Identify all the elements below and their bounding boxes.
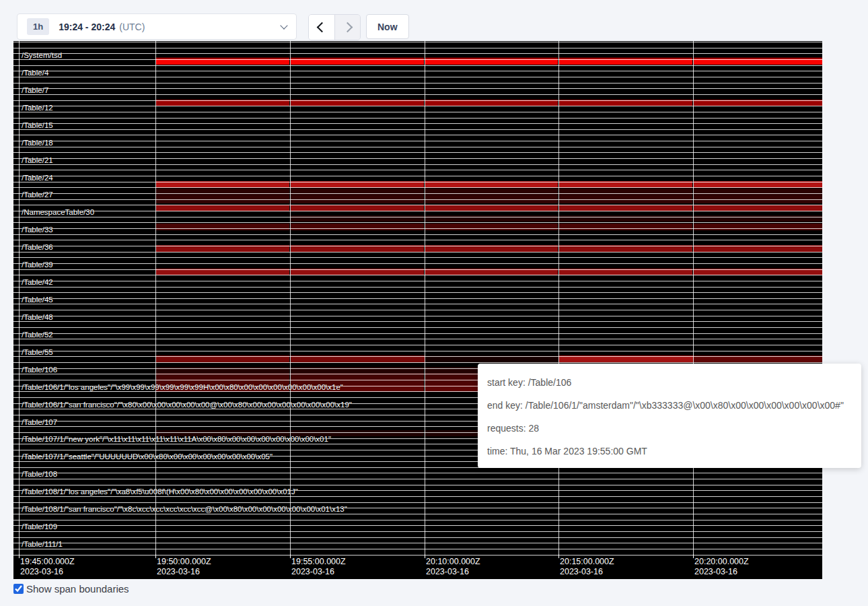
next-time-button[interactable] <box>334 15 360 40</box>
tooltip-start-key: start key: /Table/106 <box>487 371 855 394</box>
axis-time: 20:10:00.000Z <box>426 557 480 567</box>
axis-tick <box>155 554 156 558</box>
row-label: /Table/33 <box>22 226 53 234</box>
row-label: /Table/111/1 <box>22 540 63 549</box>
span-boundary-line <box>13 351 822 351</box>
row-label: /Table/27 <box>22 191 53 199</box>
axis-date: 2023-03-16 <box>157 567 211 577</box>
span-boundary-line <box>13 152 822 153</box>
span-boundary-line <box>13 240 822 240</box>
heatmap-band[interactable] <box>694 189 822 196</box>
axis-label: 19:55:00.000Z2023-03-16 <box>291 557 346 577</box>
span-boundary-line <box>13 65 822 66</box>
span-boundaries-label: Show span boundaries <box>26 583 129 595</box>
span-boundary-line <box>13 158 822 159</box>
tooltip-time: time: Thu, 16 Mar 2023 19:55:00 GMT <box>487 440 855 463</box>
span-boundary-line <box>13 94 822 95</box>
axis-date: 2023-03-16 <box>694 567 749 577</box>
axis-time: 20:15:00.000Z <box>560 557 614 567</box>
span-boundary-line <box>13 275 822 275</box>
row-label: /Table/107/1/"seattle"/"UUUUUUD\x00\x80\… <box>22 452 273 461</box>
key-visualizer-page: 1h 19:24 - 20:24 (UTC) Now /System/tsd/T… <box>0 0 868 606</box>
span-boundary-line <box>13 345 822 345</box>
span-boundary-line <box>13 100 822 101</box>
span-boundary-line <box>13 316 822 316</box>
row-label: /Table/42 <box>22 278 53 287</box>
row-label: /Table/109 <box>22 523 57 531</box>
span-boundary-line <box>13 263 822 264</box>
row-label: /Table/36 <box>22 243 53 252</box>
axis-date: 2023-03-16 <box>426 567 480 577</box>
axis-label: 19:45:00.000Z2023-03-16 <box>20 557 75 577</box>
axis-date: 2023-03-16 <box>291 567 346 577</box>
span-boundary-line <box>13 217 822 217</box>
span-boundary-line <box>13 88 822 89</box>
span-boundary-line <box>13 42 822 42</box>
span-boundary-line <box>13 222 822 223</box>
chevron-left-icon <box>316 22 327 33</box>
time-window-badge: 1h <box>27 18 49 35</box>
row-label: /Table/106/1/"los angeles"/"\x99\x99\x99… <box>22 383 343 392</box>
heatmap-band[interactable] <box>291 189 424 196</box>
heatmap-band[interactable] <box>156 189 289 196</box>
span-boundary-line <box>13 106 822 106</box>
heatmap-band[interactable] <box>559 189 692 196</box>
span-boundary-line <box>13 310 822 310</box>
axis-tick <box>19 554 20 558</box>
span-boundary-line <box>13 170 822 170</box>
timezone-text: (UTC) <box>119 22 145 32</box>
key-visualizer-chart[interactable]: /System/tsd/Table/4/Table/7/Table/12/Tab… <box>13 41 822 579</box>
row-label: /Table/24 <box>22 174 53 182</box>
span-boundary-line <box>13 531 822 532</box>
span-boundary-line <box>13 525 822 526</box>
row-label: /Table/52 <box>22 331 53 339</box>
time-range-selector[interactable]: 1h 19:24 - 20:24 (UTC) <box>17 13 297 40</box>
heatmap-band[interactable] <box>291 224 424 230</box>
axis-time: 19:55:00.000Z <box>291 557 346 567</box>
span-boundary-line <box>13 182 822 182</box>
axis-time: 19:45:00.000Z <box>20 557 75 567</box>
heatmap-band[interactable] <box>425 189 558 196</box>
span-boundary-line <box>13 205 822 205</box>
span-boundary-line <box>13 514 822 514</box>
span-boundary-line <box>13 362 822 363</box>
axis-tick <box>693 554 694 558</box>
row-label: /Table/39 <box>22 261 53 269</box>
heatmap-band[interactable] <box>156 224 289 230</box>
span-boundary-line <box>13 123 822 124</box>
span-boundary-line <box>13 176 822 176</box>
span-boundary-line <box>13 327 822 328</box>
heatmap-band[interactable] <box>559 224 692 230</box>
span-boundaries-checkbox[interactable] <box>13 584 24 594</box>
span-boundary-line <box>13 292 822 293</box>
span-boundary-line <box>13 339 822 339</box>
tooltip-end-key: end key: /Table/106/1/"amsterdam"/"\xb33… <box>487 394 855 417</box>
row-label: /NamespaceTable/30 <box>22 208 94 217</box>
heatmap-band[interactable] <box>425 224 558 230</box>
row-label: /Table/7 <box>22 86 48 95</box>
time-gridline <box>155 41 156 554</box>
heatmap-band[interactable] <box>694 224 822 230</box>
span-boundary-line <box>13 234 822 235</box>
prev-time-button[interactable] <box>309 15 334 40</box>
row-label: /Table/12 <box>22 104 53 112</box>
time-gridline <box>425 41 425 554</box>
row-label: /Table/108/1/"los angeles"/"\xa8\xf5\u00… <box>22 487 298 496</box>
span-boundary-line <box>13 199 822 200</box>
heatmap-plot[interactable]: /System/tsd/Table/4/Table/7/Table/12/Tab… <box>13 41 822 579</box>
row-label: /System/tsd <box>22 51 62 60</box>
now-button[interactable]: Now <box>366 14 409 39</box>
span-boundary-line <box>13 333 822 334</box>
axis-label: 20:15:00.000Z2023-03-16 <box>560 557 614 577</box>
axis-time: 19:50:00.000Z <box>157 557 211 567</box>
time-nav-group <box>308 14 361 40</box>
span-boundary-line <box>13 141 822 141</box>
span-boundary-line <box>13 502 822 503</box>
span-boundary-line <box>13 252 822 252</box>
row-label: /Table/15 <box>22 121 53 130</box>
axis-label: 20:20:00.000Z2023-03-16 <box>694 557 749 577</box>
time-gridline <box>19 41 20 554</box>
span-tooltip: start key: /Table/106 end key: /Table/10… <box>478 364 861 468</box>
span-boundary-line <box>13 356 822 357</box>
show-span-boundaries[interactable]: Show span boundaries <box>13 583 129 595</box>
